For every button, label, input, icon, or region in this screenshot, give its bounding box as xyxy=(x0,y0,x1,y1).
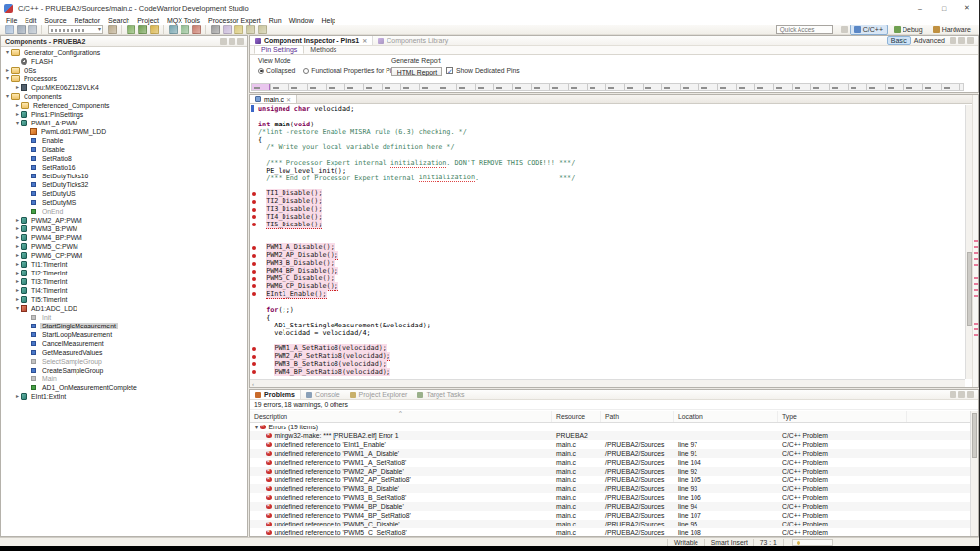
expanded-arrow-icon[interactable]: ▾ xyxy=(14,119,21,127)
tree-item-pwm5-c-pwm[interactable]: ▸PWM5_C:PWM xyxy=(1,242,247,251)
perspective-c-c-[interactable]: C/C++ xyxy=(850,25,888,35)
view-menu-icon[interactable] xyxy=(950,37,956,44)
collapsed-arrow-icon[interactable]: ▸ xyxy=(14,269,21,277)
collapsed-arrow-icon[interactable]: ▸ xyxy=(14,242,21,251)
problem-row[interactable]: undefined reference to 'PWM2_AP_SetRatio… xyxy=(250,476,970,484)
collapsed-arrow-icon[interactable]: ▸ xyxy=(14,295,21,304)
basic-tab[interactable]: Basic xyxy=(887,36,911,45)
problem-row[interactable]: undefined reference to 'PWM1_A_SetRatio8… xyxy=(250,458,970,467)
collapsed-arrow-icon[interactable]: ▸ xyxy=(14,101,21,110)
problem-row[interactable]: undefined reference to 'EInt1_Enable'mai… xyxy=(250,440,970,449)
minimize-view-icon[interactable] xyxy=(958,391,965,398)
collapsed-arrow-icon[interactable]: ▸ xyxy=(14,225,21,233)
build-icon[interactable] xyxy=(108,25,117,34)
tree-item-setratio16[interactable]: SetRatio16 xyxy=(1,163,247,172)
tree-item-pins1-pinsettings[interactable]: ▸Pins1:PinSettings xyxy=(1,110,247,119)
tree-item-pwm2-ap-pwm[interactable]: ▸PWM2_AP:PWM xyxy=(1,216,247,225)
mark-icon[interactable] xyxy=(234,25,243,34)
close-tab-icon[interactable]: ✕ xyxy=(362,37,367,44)
scrollbar-thumb[interactable] xyxy=(972,413,977,458)
tab-components-library[interactable]: Components Library xyxy=(373,36,453,45)
problem-row[interactable]: undefined reference to 'PWM1_A_Disable'm… xyxy=(250,449,970,458)
problem-row[interactable]: undefined reference to 'PWM5_C_Disable'm… xyxy=(250,520,970,528)
tree-item-setratio8[interactable]: SetRatio8 xyxy=(1,154,247,163)
perspective-hardware[interactable]: Hardware xyxy=(929,25,975,34)
tree-item-pwm6-cp-pwm[interactable]: ▸PWM6_CP:PWM xyxy=(1,251,247,260)
minimize-view-icon[interactable] xyxy=(958,37,965,44)
tree-item-enable[interactable]: Enable xyxy=(1,136,247,145)
problem-row[interactable]: undefined reference to 'PWM5_C_SetRatio8… xyxy=(250,528,970,536)
minimize-button[interactable]: – xyxy=(908,0,932,16)
column-header-resource[interactable]: Resource xyxy=(552,411,601,422)
problem-row[interactable]: undefined reference to 'PWM4_BP_SetRatio… xyxy=(250,511,970,520)
expanded-arrow-icon[interactable]: ▾ xyxy=(4,48,11,57)
subtab-methods[interactable]: Methods xyxy=(304,45,342,54)
expanded-arrow-icon[interactable]: ▾ xyxy=(253,424,260,430)
collapsed-arrow-icon[interactable]: ▸ xyxy=(14,286,21,295)
tree-item-cancelmeasurement[interactable]: CancelMeasurement xyxy=(1,339,247,348)
menu-file[interactable]: File xyxy=(2,17,21,24)
tree-item-oss[interactable]: ▸OSs xyxy=(1,66,247,75)
collapsed-arrow-icon[interactable]: ▸ xyxy=(4,66,11,75)
perspective-debug[interactable]: Debug xyxy=(890,25,927,34)
components-view-title[interactable]: Components - PRUEBA2 xyxy=(1,38,85,45)
collapse-all-icon[interactable] xyxy=(220,38,227,45)
run-icon[interactable] xyxy=(138,25,147,34)
save-icon[interactable] xyxy=(17,25,26,34)
collapsed-radio[interactable] xyxy=(258,68,264,74)
tab-console[interactable]: Console xyxy=(301,390,345,399)
tree-item-components[interactable]: ▾Components xyxy=(1,92,247,101)
tree-item-pwmldd1-pwm-ldd[interactable]: PwmLdd1:PWM_LDD xyxy=(1,127,247,136)
subtab-pin-settings[interactable]: Pin Settings xyxy=(254,45,304,54)
tree-item-init[interactable]: Init xyxy=(1,313,247,322)
menu-run[interactable]: Run xyxy=(265,17,285,24)
debug-icon[interactable] xyxy=(127,25,135,34)
code-area[interactable]: unsigned char velocidad;int main(void)/*… xyxy=(250,105,965,379)
expanded-arrow-icon[interactable]: ▾ xyxy=(4,92,11,101)
tree-item-pwm1-a-pwm[interactable]: ▾PWM1_A:PWM xyxy=(1,119,247,127)
show-dedicated-pins-checkbox[interactable]: ✓ xyxy=(446,67,453,74)
menu-mqx-tools[interactable]: MQX Tools xyxy=(163,17,204,24)
column-header-type[interactable]: Type xyxy=(778,411,907,422)
editor-vertical-scrollbar[interactable] xyxy=(965,105,972,379)
maximize-view-icon[interactable] xyxy=(967,391,974,398)
collapsed-arrow-icon[interactable]: ▸ xyxy=(14,83,21,92)
editor-tab-main-c[interactable]: main.c ✕ xyxy=(250,95,297,103)
tree-item-disable[interactable]: Disable xyxy=(1,145,247,154)
menu-window[interactable]: Window xyxy=(285,17,318,24)
problem-row[interactable]: undefined reference to 'PWM3_B_SetRatio8… xyxy=(250,493,970,502)
close-button[interactable]: ✕ xyxy=(955,0,979,16)
problem-row[interactable]: undefined reference to 'PWM2_AP_Disable'… xyxy=(250,467,970,476)
view-menu-icon[interactable] xyxy=(950,391,956,398)
tree-item-ti2-timerint[interactable]: ▸TI2:TimerInt xyxy=(1,269,247,277)
problem-row[interactable]: undefined reference to 'PWM3_B_Disable'm… xyxy=(250,484,970,493)
collapsed-arrow-icon[interactable]: ▸ xyxy=(14,110,21,119)
tree-item-processors[interactable]: ▾Processors xyxy=(1,75,247,83)
menu-source[interactable]: Source xyxy=(40,17,70,24)
maximize-view-icon[interactable] xyxy=(967,37,974,44)
tree-item-onend[interactable]: OnEnd xyxy=(1,207,247,216)
problem-row[interactable]: undefined reference to 'PWM4_BP_Disable'… xyxy=(250,502,970,511)
editor-horizontal-scrollbar[interactable]: ‹ xyxy=(250,379,965,387)
collapsed-arrow-icon[interactable]: ▸ xyxy=(14,260,21,269)
restore-button[interactable]: □ xyxy=(932,0,955,16)
html-report-button[interactable]: HTML Report xyxy=(391,67,442,76)
open-perspective-icon[interactable] xyxy=(841,26,848,33)
menu-refactor[interactable]: Refactor xyxy=(71,17,104,24)
tree-item-eint1-extint[interactable]: ▸EInt1:ExtInt xyxy=(1,392,247,401)
tree-item-flash[interactable]: FLASH xyxy=(1,57,247,66)
problems-vertical-scrollbar[interactable] xyxy=(970,411,978,536)
close-editor-tab-icon[interactable]: ✕ xyxy=(286,96,291,103)
problem-row[interactable]: mingw32-make: *** [PRUEBA2.elf] Error 1P… xyxy=(250,431,970,440)
flash-programmer-icon[interactable] xyxy=(150,25,159,34)
tree-item-setdutyms[interactable]: SetDutyMS xyxy=(1,198,247,207)
advanced-tab[interactable]: Advanced xyxy=(911,37,948,44)
tree-item-setdutyticks16[interactable]: SetDutyTicks16 xyxy=(1,172,247,180)
tab-target-tasks[interactable]: Target Tasks xyxy=(412,390,469,399)
menu-help[interactable]: Help xyxy=(318,17,339,24)
new-wizard-icon[interactable] xyxy=(5,25,14,34)
quick-access-box[interactable]: Quick Acces xyxy=(776,25,833,34)
column-header-location[interactable]: Location xyxy=(674,411,778,422)
expanded-arrow-icon[interactable]: ▾ xyxy=(4,75,11,83)
pin-settings-grid[interactable] xyxy=(251,83,964,91)
